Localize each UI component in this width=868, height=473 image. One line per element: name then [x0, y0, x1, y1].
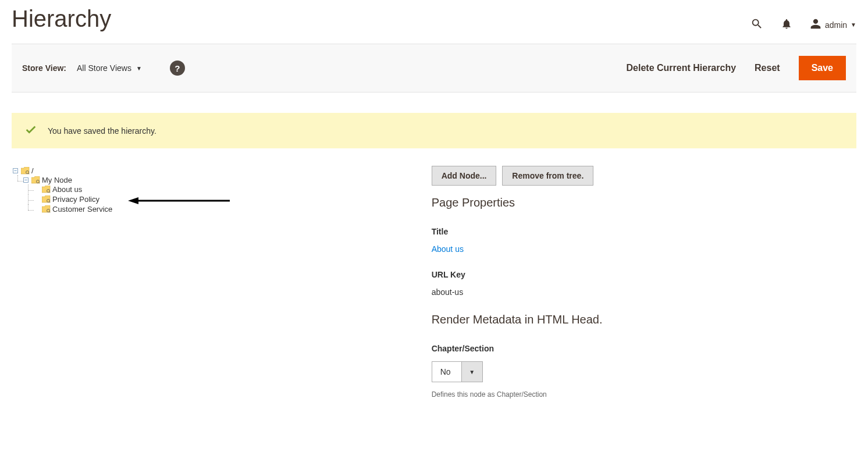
- chapter-section-label: Chapter/Section: [432, 344, 856, 353]
- tree-node-my-node[interactable]: − My Node: [23, 176, 420, 184]
- chapter-section-value: No: [432, 362, 461, 382]
- folder-icon: [31, 176, 40, 184]
- folder-icon: [42, 186, 51, 193]
- title-value-link[interactable]: About us: [432, 244, 856, 254]
- page-properties-heading: Page Properties: [432, 196, 856, 209]
- reset-button[interactable]: Reset: [755, 63, 780, 73]
- folder-icon: [21, 167, 30, 175]
- add-node-button[interactable]: Add Node...: [432, 166, 497, 186]
- remove-from-tree-button[interactable]: Remove from tree.: [502, 166, 593, 186]
- toolbar: Store View: All Store Views ▼ ? Delete C…: [12, 44, 856, 93]
- render-metadata-heading: Render Metadata in HTML Head.: [432, 313, 856, 326]
- collapse-icon[interactable]: −: [13, 168, 18, 173]
- save-button[interactable]: Save: [799, 56, 846, 80]
- tree-node-root[interactable]: − /: [13, 166, 420, 175]
- search-icon[interactable]: [750, 17, 763, 32]
- collapse-icon[interactable]: −: [23, 177, 29, 183]
- tree-node-label: Privacy Policy: [52, 195, 99, 204]
- delete-hierarchy-button[interactable]: Delete Current Hierarchy: [627, 63, 737, 73]
- check-icon: [24, 123, 37, 138]
- user-icon: [810, 18, 821, 31]
- chevron-down-icon[interactable]: ▼: [461, 362, 482, 382]
- hierarchy-tree: − / −: [12, 166, 420, 215]
- tree-node-about-us[interactable]: About us: [34, 185, 420, 194]
- urlkey-value: about-us: [432, 287, 856, 297]
- folder-icon: [42, 205, 51, 213]
- tree-node-label: /: [31, 166, 34, 175]
- store-view-value: All Store Views: [77, 63, 131, 73]
- chapter-section-note: Defines this node as Chapter/Section: [432, 390, 856, 399]
- success-message: You have saved the hierarchy.: [12, 113, 856, 148]
- store-view-label: Store View:: [22, 63, 66, 73]
- urlkey-label: URL Key: [432, 270, 856, 279]
- bell-icon[interactable]: [781, 18, 792, 31]
- user-name: admin: [825, 20, 847, 30]
- chevron-down-icon: ▼: [851, 22, 856, 28]
- title-label: Title: [432, 227, 856, 236]
- page-title: Hierarchy: [12, 6, 111, 32]
- tree-node-privacy-policy[interactable]: Privacy Policy: [34, 195, 420, 204]
- tree-node-customer-service[interactable]: Customer Service: [34, 205, 420, 214]
- success-message-text: You have saved the hierarchy.: [48, 126, 156, 136]
- store-view-select[interactable]: All Store Views ▼: [77, 63, 142, 73]
- help-icon[interactable]: ?: [170, 61, 185, 76]
- user-menu[interactable]: admin ▼: [810, 18, 856, 31]
- tree-node-label: Customer Service: [52, 205, 112, 214]
- chapter-section-select[interactable]: No ▼: [432, 361, 483, 382]
- folder-icon: [42, 195, 51, 203]
- chevron-down-icon: ▼: [136, 65, 142, 72]
- tree-node-label: My Node: [42, 176, 72, 184]
- tree-node-label: About us: [52, 185, 82, 194]
